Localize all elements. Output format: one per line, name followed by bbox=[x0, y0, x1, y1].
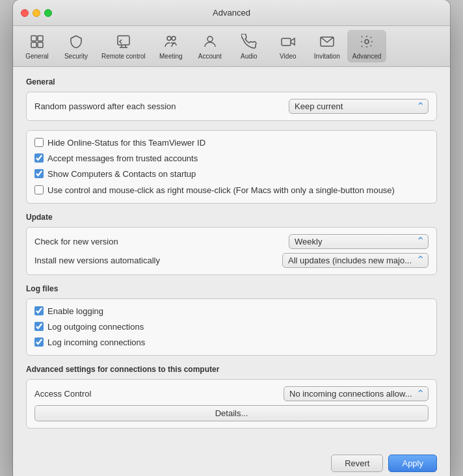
tab-advanced-label: Advanced bbox=[352, 53, 381, 60]
close-button[interactable] bbox=[21, 9, 29, 17]
advanced-settings-title: Advanced settings for connections to thi… bbox=[26, 365, 437, 374]
accept-messages-row: Accept messages from trusted accounts bbox=[34, 153, 429, 165]
log-files-section: Log files Enable logging Log outgoing co… bbox=[26, 284, 437, 356]
tab-video[interactable]: Video bbox=[269, 30, 307, 62]
tab-meeting[interactable]: Meeting bbox=[152, 30, 190, 62]
use-control-checkbox[interactable] bbox=[34, 185, 44, 194]
tab-account[interactable]: Account bbox=[191, 30, 229, 62]
random-password-select-wrap: Keep current Generate new Deactivate ⌃ bbox=[289, 99, 429, 114]
log-incoming-row: Log incoming connections bbox=[34, 337, 429, 349]
details-button[interactable]: Details... bbox=[34, 405, 429, 421]
tab-remote-control-label: Remote control bbox=[101, 53, 146, 60]
install-version-select[interactable]: All updates (includes new majo... Minor … bbox=[282, 253, 429, 268]
check-version-row: Check for new version Weekly Daily Never… bbox=[34, 234, 429, 249]
check-version-select-wrap: Weekly Daily Never ⌃ bbox=[289, 234, 429, 249]
svg-point-5 bbox=[167, 36, 171, 40]
bottom-bar: Revert Apply bbox=[13, 448, 450, 476]
install-version-select-wrap: All updates (includes new majo... Minor … bbox=[282, 253, 429, 268]
show-computers-row: Show Computers & Contacts on startup bbox=[34, 168, 429, 180]
svg-point-10 bbox=[365, 40, 369, 44]
install-version-row: Install new versions automatically All u… bbox=[34, 253, 429, 268]
revert-button[interactable]: Revert bbox=[331, 455, 383, 472]
account-icon bbox=[201, 33, 219, 51]
hide-online-status-row: Hide Online-Status for this TeamViewer I… bbox=[34, 137, 429, 149]
window-title: Advanced bbox=[213, 8, 250, 18]
tab-advanced[interactable]: Advanced bbox=[347, 30, 386, 62]
general-section: General Random password after each sessi… bbox=[26, 77, 437, 204]
toolbar: General Security Remote control bbox=[13, 26, 450, 67]
log-incoming-label: Log incoming connections bbox=[47, 337, 145, 349]
tab-audio[interactable]: Audio bbox=[230, 30, 268, 62]
tab-video-label: Video bbox=[280, 53, 296, 60]
show-computers-checkbox[interactable] bbox=[34, 169, 44, 178]
tab-audio-label: Audio bbox=[241, 53, 258, 60]
svg-rect-8 bbox=[282, 38, 291, 46]
log-files-section-title: Log files bbox=[26, 284, 437, 293]
svg-point-7 bbox=[207, 36, 213, 42]
video-icon bbox=[279, 33, 297, 51]
log-outgoing-label: Log outgoing connections bbox=[47, 321, 144, 333]
enable-logging-checkbox[interactable] bbox=[34, 306, 44, 315]
install-version-label: Install new versions automatically bbox=[34, 256, 160, 265]
access-control-row: Access Control No incoming connections a… bbox=[34, 386, 429, 401]
general-icon bbox=[28, 33, 46, 51]
advanced-settings-section: Advanced settings for connections to thi… bbox=[26, 365, 437, 429]
svg-rect-2 bbox=[31, 42, 36, 47]
tab-general-label: General bbox=[25, 53, 49, 60]
log-outgoing-checkbox[interactable] bbox=[34, 322, 44, 331]
general-section-title: General bbox=[26, 77, 437, 86]
random-password-row: Random password after each session Keep … bbox=[34, 99, 429, 114]
traffic-lights bbox=[21, 9, 52, 17]
content-area: General Random password after each sessi… bbox=[13, 67, 450, 448]
meeting-icon bbox=[162, 33, 180, 51]
maximize-button[interactable] bbox=[44, 9, 52, 17]
tab-invitation-label: Invitation bbox=[314, 53, 340, 60]
update-section-title: Update bbox=[26, 213, 437, 222]
access-control-label: Access Control bbox=[34, 389, 91, 399]
enable-logging-row: Enable logging bbox=[34, 306, 429, 317]
general-checkboxes-box: Hide Online-Status for this TeamViewer I… bbox=[26, 130, 437, 204]
access-control-select-wrap: No incoming connections allow... Full ac… bbox=[284, 386, 429, 401]
show-computers-label: Show Computers & Contacts on startup bbox=[47, 168, 196, 180]
hide-online-status-label: Hide Online-Status for this TeamViewer I… bbox=[47, 137, 205, 149]
accept-messages-label: Accept messages from trusted accounts bbox=[47, 153, 198, 165]
random-password-label: Random password after each session bbox=[34, 101, 176, 111]
log-files-section-box: Enable logging Log outgoing connections … bbox=[26, 298, 437, 356]
tab-meeting-label: Meeting bbox=[159, 53, 183, 60]
use-control-row: Use control and mouse-click as right mou… bbox=[34, 185, 429, 196]
general-section-box: Random password after each session Keep … bbox=[26, 92, 437, 121]
hide-online-status-checkbox[interactable] bbox=[34, 138, 44, 147]
access-control-select[interactable]: No incoming connections allow... Full ac… bbox=[284, 386, 429, 401]
log-outgoing-row: Log outgoing connections bbox=[34, 321, 429, 333]
svg-rect-0 bbox=[31, 36, 36, 41]
minimize-button[interactable] bbox=[33, 9, 40, 17]
update-section: Update Check for new version Weekly Dail… bbox=[26, 213, 437, 275]
apply-button[interactable]: Apply bbox=[388, 455, 437, 472]
tab-invitation[interactable]: Invitation bbox=[308, 30, 346, 62]
random-password-select[interactable]: Keep current Generate new Deactivate bbox=[289, 99, 429, 114]
tab-security[interactable]: Security bbox=[57, 30, 95, 62]
use-control-label: Use control and mouse-click as right mou… bbox=[47, 185, 395, 196]
tab-security-label: Security bbox=[64, 53, 88, 60]
tab-remote-control[interactable]: Remote control bbox=[96, 30, 151, 62]
enable-logging-label: Enable logging bbox=[47, 306, 103, 317]
advanced-settings-box: Access Control No incoming connections a… bbox=[26, 379, 437, 429]
main-window: Advanced General Security bbox=[13, 0, 450, 476]
security-icon bbox=[67, 33, 85, 51]
advanced-icon bbox=[358, 33, 376, 51]
log-incoming-checkbox[interactable] bbox=[34, 337, 44, 347]
audio-icon bbox=[240, 33, 258, 51]
svg-point-6 bbox=[172, 36, 176, 40]
titlebar: Advanced bbox=[13, 0, 450, 26]
check-version-label: Check for new version bbox=[34, 237, 118, 246]
check-version-select[interactable]: Weekly Daily Never bbox=[289, 234, 429, 249]
update-section-box: Check for new version Weekly Daily Never… bbox=[26, 227, 437, 275]
remote-control-icon bbox=[114, 33, 133, 51]
tab-general[interactable]: General bbox=[18, 30, 56, 62]
svg-rect-3 bbox=[38, 42, 43, 47]
svg-rect-1 bbox=[38, 36, 43, 41]
tab-account-label: Account bbox=[198, 53, 222, 60]
accept-messages-checkbox[interactable] bbox=[34, 153, 44, 163]
invitation-icon bbox=[318, 33, 336, 51]
